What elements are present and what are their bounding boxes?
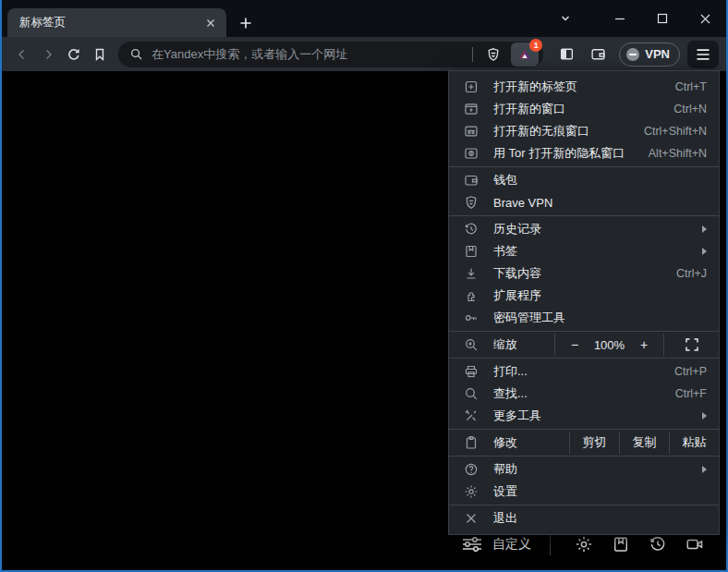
menu-item-edit: 修改 剪切 复制 粘贴 bbox=[449, 432, 719, 454]
vpn-label: VPN bbox=[645, 47, 670, 61]
submenu-arrow-icon bbox=[702, 412, 707, 420]
search-icon bbox=[129, 47, 143, 61]
new-window-icon bbox=[464, 102, 479, 116]
menu-item-brave-vpn[interactable]: Brave VPN bbox=[449, 191, 719, 213]
wallet-icon bbox=[464, 173, 479, 188]
submenu-arrow-icon bbox=[702, 248, 707, 255]
menu-separator bbox=[449, 331, 719, 332]
menu-item-find[interactable]: 查找... Ctrl+F bbox=[449, 383, 719, 405]
paste-button[interactable]: 粘贴 bbox=[669, 432, 719, 454]
gear-icon bbox=[464, 484, 479, 499]
tab-close-icon[interactable] bbox=[202, 15, 219, 31]
download-icon bbox=[464, 266, 479, 281]
key-icon bbox=[464, 310, 479, 325]
more-tools-icon bbox=[464, 408, 479, 423]
wallet-icon[interactable] bbox=[584, 42, 612, 67]
bookmark-icon[interactable] bbox=[87, 42, 113, 67]
close-window-button[interactable] bbox=[684, 0, 726, 37]
menu-item-history[interactable]: 历史记录 bbox=[449, 218, 719, 240]
history-icon bbox=[464, 222, 479, 237]
menu-item-exit[interactable]: 退出 bbox=[449, 507, 719, 529]
menu-separator bbox=[449, 358, 719, 359]
video-camera-icon[interactable] bbox=[676, 531, 713, 557]
new-tab-button[interactable] bbox=[234, 11, 258, 35]
menu-separator bbox=[449, 429, 719, 430]
titlebar: 新标签页 bbox=[2, 0, 726, 37]
vpn-button[interactable]: VPN bbox=[619, 43, 680, 67]
incognito-window-icon bbox=[464, 124, 479, 139]
menu-item-zoom: 缩放 − 100% + bbox=[449, 334, 719, 356]
tab-title: 新标签页 bbox=[19, 15, 202, 30]
tab-new-tab-page[interactable]: 新标签页 bbox=[7, 8, 226, 37]
menu-item-help[interactable]: 帮助 bbox=[449, 458, 719, 481]
back-button[interactable] bbox=[9, 42, 35, 67]
cut-button[interactable]: 剪切 bbox=[569, 432, 619, 454]
menu-separator bbox=[449, 215, 719, 216]
new-tab-icon bbox=[464, 79, 479, 94]
customize-label: 自定义 bbox=[492, 536, 531, 553]
menu-separator bbox=[449, 166, 719, 167]
app-menu: 打开新的标签页 Ctrl+T 打开新的窗口 Ctrl+N 打开新的无痕窗口 Ct… bbox=[448, 70, 720, 535]
menu-item-new-incognito-window[interactable]: 打开新的无痕窗口 Ctrl+Shift+N bbox=[449, 120, 719, 142]
bookmarks-icon bbox=[464, 244, 479, 259]
menu-item-downloads[interactable]: 下载内容 Ctrl+J bbox=[449, 262, 719, 285]
help-icon bbox=[464, 462, 479, 477]
zoom-out-button[interactable]: − bbox=[568, 337, 581, 352]
menu-item-print[interactable]: 打印... Ctrl+P bbox=[449, 360, 719, 383]
menu-item-password-manager[interactable]: 密码管理工具 bbox=[449, 307, 719, 329]
menu-separator bbox=[449, 505, 719, 505]
brave-shields-icon[interactable] bbox=[481, 43, 505, 67]
bookmarks-book-icon[interactable] bbox=[602, 531, 639, 557]
menu-item-new-window[interactable]: 打开新的窗口 Ctrl+N bbox=[449, 98, 719, 120]
zoom-icon bbox=[464, 337, 479, 352]
tor-window-icon bbox=[464, 146, 479, 161]
menu-item-new-tor-window[interactable]: 用 Tor 打开新的隐私窗口 Alt+Shift+N bbox=[449, 142, 719, 164]
zoom-in-button[interactable]: + bbox=[637, 337, 650, 352]
bottom-bar-divider bbox=[550, 533, 551, 555]
close-icon bbox=[464, 511, 479, 526]
customize-button[interactable]: 自定义 bbox=[462, 536, 531, 553]
maximize-button[interactable] bbox=[641, 0, 684, 37]
sidebar-toggle-icon[interactable] bbox=[552, 42, 580, 67]
extension-badge: 1 bbox=[529, 39, 542, 52]
menu-item-more-tools[interactable]: 更多工具 bbox=[449, 405, 719, 427]
menu-item-wallet[interactable]: 钱包 bbox=[449, 169, 719, 191]
menu-item-extensions[interactable]: 扩展程序 bbox=[449, 285, 719, 307]
hamburger-menu-button[interactable] bbox=[687, 41, 719, 68]
window-controls bbox=[545, 0, 726, 37]
reload-button[interactable] bbox=[61, 42, 87, 67]
menu-item-new-tab[interactable]: 打开新的标签页 Ctrl+T bbox=[449, 76, 719, 98]
toolbar: 1 VPN bbox=[2, 37, 726, 71]
omnibox-divider bbox=[472, 47, 473, 62]
find-icon bbox=[464, 386, 479, 401]
menu-separator bbox=[449, 456, 719, 456]
tab-search-chevron-icon[interactable] bbox=[545, 0, 586, 37]
menu-item-bookmarks[interactable]: 书签 bbox=[449, 240, 719, 262]
minimize-button[interactable] bbox=[599, 0, 641, 37]
shield-icon bbox=[464, 195, 479, 210]
extension-button[interactable]: 1 bbox=[511, 43, 539, 67]
copy-button[interactable]: 复制 bbox=[619, 432, 669, 454]
sliders-icon bbox=[462, 536, 482, 553]
address-input[interactable] bbox=[152, 47, 468, 61]
fullscreen-icon bbox=[686, 338, 698, 351]
settings-gear-icon[interactable] bbox=[565, 531, 602, 557]
submenu-arrow-icon bbox=[702, 466, 707, 473]
clipboard-icon bbox=[464, 435, 479, 450]
submenu-arrow-icon bbox=[702, 225, 707, 233]
new-tab-bottom-bar: 自定义 bbox=[462, 531, 713, 557]
vpn-status-icon bbox=[626, 48, 639, 61]
address-bar[interactable]: 1 bbox=[118, 42, 543, 67]
menu-item-settings[interactable]: 设置 bbox=[449, 481, 719, 503]
history-clock-icon[interactable] bbox=[639, 531, 676, 557]
fullscreen-button[interactable] bbox=[663, 334, 719, 356]
forward-button[interactable] bbox=[35, 42, 61, 67]
zoom-level: 100% bbox=[594, 338, 625, 352]
extensions-icon bbox=[464, 288, 479, 303]
print-icon bbox=[464, 364, 479, 379]
browser-window: 新标签页 bbox=[0, 0, 728, 572]
